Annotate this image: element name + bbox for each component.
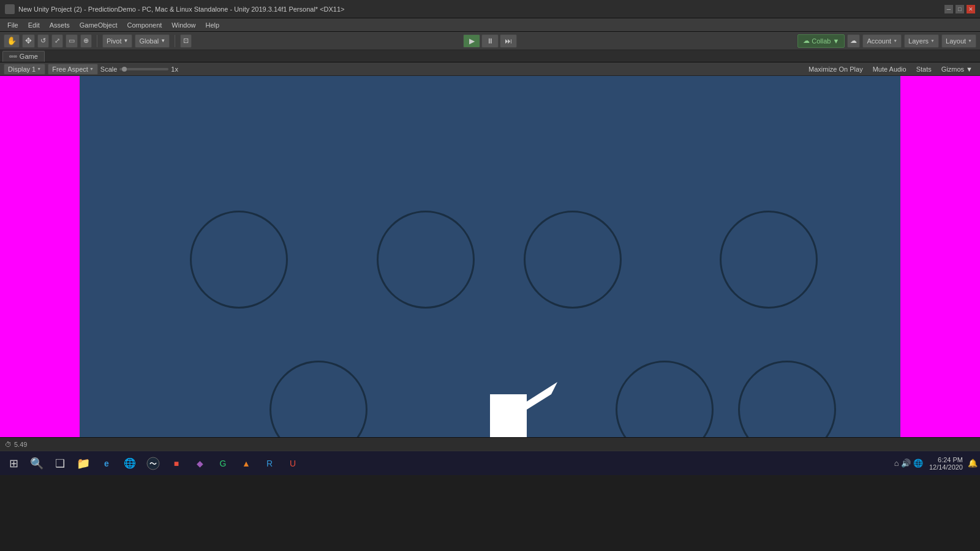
global-button[interactable]: Global ▼ bbox=[135, 34, 170, 48]
menu-bar: File Edit Assets GameObject Component Wi… bbox=[0, 18, 980, 32]
steam-button[interactable] bbox=[142, 453, 164, 474]
taskbar-app-6[interactable]: U bbox=[282, 453, 304, 474]
circle-3 bbox=[524, 211, 622, 309]
aspect-label: Free Aspect bbox=[52, 66, 88, 73]
game-tab[interactable]: ∞∞ Game bbox=[2, 51, 45, 62]
scale-value: 1x bbox=[171, 66, 178, 73]
taskbar-app-2[interactable]: ◆ bbox=[189, 453, 211, 474]
menu-window[interactable]: Window bbox=[167, 20, 200, 30]
game-tab-label: Game bbox=[20, 53, 38, 60]
gizmos-label: Gizmos ▼ bbox=[941, 66, 973, 73]
circle-2 bbox=[377, 211, 475, 309]
account-dropdown[interactable]: Account bbox=[862, 34, 902, 48]
stats-button[interactable]: Stats bbox=[913, 64, 935, 75]
taskbar-app-3[interactable]: G bbox=[212, 453, 234, 474]
menu-help[interactable]: Help bbox=[200, 20, 224, 30]
taskbar-app-4[interactable]: ▲ bbox=[235, 453, 257, 474]
fps-indicator: ⏱ bbox=[5, 441, 12, 448]
move-tool[interactable]: ✥ bbox=[22, 34, 35, 48]
pivot-label: Pivot bbox=[107, 37, 121, 45]
pivot-button[interactable]: Pivot ▼ bbox=[102, 34, 132, 48]
menu-gameobject[interactable]: GameObject bbox=[75, 20, 123, 30]
mute-audio-button[interactable]: Mute Audio bbox=[869, 64, 910, 75]
taskbar-app-5[interactable]: R bbox=[258, 453, 281, 474]
circle-7 bbox=[738, 361, 836, 437]
player-character bbox=[478, 370, 557, 437]
menu-file[interactable]: File bbox=[2, 20, 23, 30]
start-button[interactable]: ⊞ bbox=[2, 453, 24, 474]
scale-control: Scale 1x bbox=[100, 66, 178, 73]
custom-tool[interactable]: ⊡ bbox=[180, 34, 192, 48]
game-toolbar: Display 1 Free Aspect Scale 1x Maximize … bbox=[0, 62, 980, 76]
menu-edit[interactable]: Edit bbox=[23, 20, 45, 30]
circle-4 bbox=[720, 211, 818, 309]
chrome-button[interactable]: 🌐 bbox=[119, 453, 141, 474]
display-dropdown[interactable]: Display 1 bbox=[4, 64, 45, 75]
step-button[interactable]: ⏭ bbox=[500, 34, 517, 48]
global-label: Global bbox=[139, 37, 159, 45]
menu-assets[interactable]: Assets bbox=[45, 20, 75, 30]
layout-label: Layout bbox=[946, 37, 966, 45]
scale-label: Scale bbox=[100, 66, 118, 73]
game-toolbar-right: Maximize On Play Mute Audio Stats Gizmos… bbox=[805, 64, 976, 75]
transform-tool[interactable]: ⊕ bbox=[80, 34, 92, 48]
hand-tool[interactable]: ✋ bbox=[4, 34, 20, 48]
window-title: New Unity Project (2) - PredictionDemo -… bbox=[18, 6, 944, 13]
layers-dropdown[interactable]: Layers bbox=[904, 34, 939, 48]
svg-rect-0 bbox=[490, 394, 527, 437]
play-button[interactable]: ▶ bbox=[463, 34, 480, 48]
collab-button[interactable]: ☁ Collab ▼ bbox=[797, 34, 845, 48]
separator-2 bbox=[175, 35, 175, 47]
maximize-label: Maximize On Play bbox=[809, 66, 863, 73]
scale-tool[interactable]: ⤢ bbox=[51, 34, 63, 48]
date: 12/14/2020 bbox=[929, 463, 963, 471]
cursor bbox=[268, 301, 274, 307]
mute-label: Mute Audio bbox=[873, 66, 907, 73]
maximize-button[interactable]: □ bbox=[956, 5, 964, 13]
display-label: Display 1 bbox=[8, 66, 36, 73]
minimize-button[interactable]: ─ bbox=[944, 5, 953, 13]
rotate-tool[interactable]: ↺ bbox=[37, 34, 49, 48]
close-button[interactable]: ✕ bbox=[967, 5, 975, 13]
title-bar: New Unity Project (2) - PredictionDemo -… bbox=[0, 0, 980, 18]
game-canvas bbox=[80, 76, 900, 437]
stats-label: Stats bbox=[916, 66, 932, 73]
explorer-button[interactable]: 📁 bbox=[72, 453, 94, 474]
view-tabs: ∞∞ Game bbox=[0, 50, 980, 62]
search-button[interactable]: 🔍 bbox=[26, 453, 48, 474]
taskbar-right: ⌂ 🔊 🌐 6:24 PM 12/14/2020 🔔 bbox=[894, 456, 978, 471]
fps-value: 5.49 bbox=[14, 441, 27, 448]
right-toolbar-controls: ☁ Collab ▼ ☁ Account Layers Layout bbox=[797, 34, 976, 48]
circle-5 bbox=[270, 361, 368, 437]
menu-component[interactable]: Component bbox=[122, 20, 167, 30]
scale-dot bbox=[122, 67, 127, 72]
clock: 6:24 PM bbox=[938, 456, 963, 463]
circle-6 bbox=[616, 361, 714, 437]
scale-slider[interactable] bbox=[119, 68, 168, 70]
system-tray: ⌂ 🔊 🌐 bbox=[894, 459, 923, 468]
account-label: Account bbox=[867, 37, 891, 45]
cloud-build-button[interactable]: ☁ bbox=[847, 34, 860, 48]
aspect-dropdown[interactable]: Free Aspect bbox=[48, 64, 98, 75]
notification-icon[interactable]: 🔔 bbox=[968, 459, 978, 468]
maximize-on-play-button[interactable]: Maximize On Play bbox=[805, 64, 867, 75]
window-controls: ─ □ ✕ bbox=[944, 5, 975, 13]
app-icon bbox=[5, 4, 15, 14]
game-view bbox=[0, 76, 980, 437]
rect-tool[interactable]: ▭ bbox=[66, 34, 78, 48]
windows-taskbar: ⊞ 🔍 ❑ 📁 e 🌐 ■ ◆ G ▲ R U ⌂ 🔊 🌐 6:24 PM 12… bbox=[0, 451, 980, 475]
gizmos-dropdown[interactable]: Gizmos ▼ bbox=[938, 64, 976, 75]
collab-label: Collab ▼ bbox=[812, 37, 839, 45]
svg-marker-1 bbox=[524, 382, 557, 410]
layout-dropdown[interactable]: Layout bbox=[941, 34, 976, 48]
play-controls: ▶ ⏸ ⏭ bbox=[463, 34, 517, 48]
edge-button[interactable]: e bbox=[96, 453, 118, 474]
pause-button[interactable]: ⏸ bbox=[481, 34, 499, 48]
cloud-icon: ☁ bbox=[803, 37, 810, 45]
layers-label: Layers bbox=[908, 37, 929, 45]
status-bar: ⏱ 5.49 bbox=[0, 437, 980, 451]
circle-1 bbox=[190, 211, 288, 309]
taskbar-app-1[interactable]: ■ bbox=[165, 453, 187, 474]
taskview-button[interactable]: ❑ bbox=[49, 453, 71, 474]
separator-1 bbox=[97, 35, 97, 47]
